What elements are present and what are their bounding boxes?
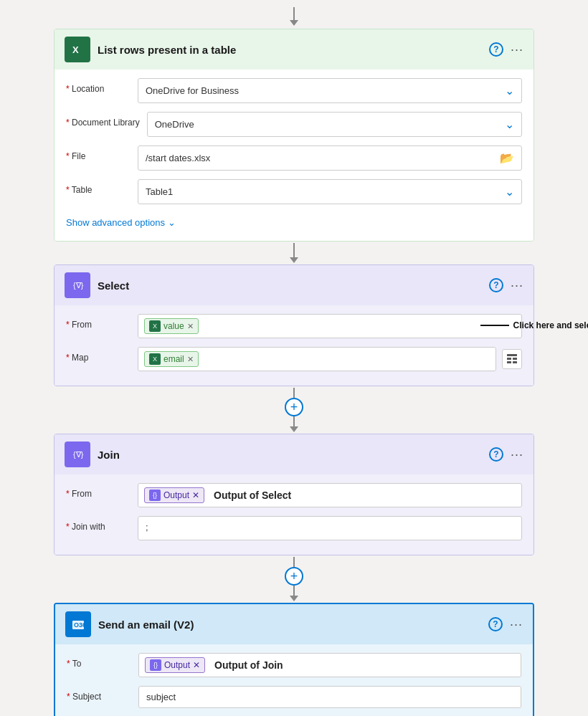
email-subject-row: * Subject	[67, 686, 521, 708]
send-email-card: O365 Send an email (V2) ? ··· * To {} Ou…	[54, 603, 534, 716]
table-label: * Table	[66, 179, 131, 195]
select-more-icon[interactable]: ···	[511, 278, 523, 293]
location-label: * Location	[66, 78, 131, 94]
select-map-tag: X email ✕	[144, 351, 199, 367]
email-to-output-label: Output of Join	[214, 659, 283, 671]
outlook-icon: O365	[65, 611, 91, 637]
map-tag-excel-icon: X	[149, 353, 161, 365]
join-from-tag-icon: {}	[149, 490, 161, 501]
table-dropdown-arrow: ⌄	[505, 185, 514, 199]
excel-icon: X	[65, 37, 90, 62]
svg-rect-4	[507, 354, 517, 356]
connector-1	[290, 243, 298, 263]
select-from-tag: X value ✕	[144, 318, 199, 334]
join-with-label: * Join with	[66, 516, 131, 532]
file-browse-icon: 📂	[500, 151, 514, 165]
join-help-icon[interactable]: ?	[489, 447, 503, 462]
select-card-wrapper: {∇} Select ? ··· * From X value	[54, 264, 534, 386]
join-from-tag: {} Output ✕	[144, 487, 204, 503]
join-from-row: * From {} Output ✕ Output of Select	[66, 483, 522, 507]
send-email-more-icon[interactable]: ···	[510, 617, 523, 632]
join-from-tag-close[interactable]: ✕	[192, 490, 199, 500]
add-step-button-1[interactable]: +	[285, 398, 303, 416]
svg-rect-5	[507, 358, 511, 360]
email-to-label: * To	[67, 653, 131, 669]
select-title: Select	[98, 280, 482, 292]
document-library-input[interactable]: OneDrive ⌄	[147, 112, 522, 137]
email-to-input[interactable]: {} Output ✕ Output of Join	[138, 653, 521, 677]
send-email-help-icon[interactable]: ?	[488, 617, 503, 631]
table-input[interactable]: Table1 ⌄	[138, 179, 522, 204]
select-map-input[interactable]: X email ✕	[138, 347, 496, 371]
send-email-title: Send an email (V2)	[98, 619, 481, 631]
svg-rect-8	[513, 361, 517, 363]
select-from-input[interactable]: X value ✕	[138, 314, 522, 338]
join-more-icon[interactable]: ···	[511, 447, 523, 462]
list-rows-body: * Location OneDrive for Business ⌄ * Doc…	[54, 70, 534, 241]
map-table-icon-button[interactable]	[502, 349, 522, 369]
annotation-text: Click here and select Value mode	[480, 320, 534, 330]
select-map-label: * Map	[66, 347, 131, 363]
select-body: * From X value ✕ * Map	[54, 305, 534, 386]
svg-text:{∇}: {∇}	[73, 281, 84, 290]
list-rows-actions: ? ···	[489, 42, 523, 57]
map-tag-close[interactable]: ✕	[187, 355, 194, 364]
svg-rect-7	[513, 358, 517, 360]
select-map-row: * Map X email ✕	[66, 347, 522, 371]
top-connector	[290, 7, 298, 26]
show-advanced-chevron-icon: ⌄	[168, 217, 176, 228]
svg-text:O365: O365	[74, 621, 86, 629]
join-body: * From {} Output ✕ Output of Select * Jo…	[54, 474, 534, 555]
select-map-row-inner: X email ✕	[138, 347, 522, 371]
select-card: {∇} Select ? ··· * From X value	[54, 264, 534, 386]
file-input[interactable]: /start dates.xlsx 📂	[138, 145, 522, 171]
from-tag-excel-icon: X	[149, 320, 161, 332]
location-input[interactable]: OneDrive for Business ⌄	[138, 78, 522, 103]
join-actions: ? ···	[489, 447, 523, 462]
send-email-header: O365 Send an email (V2) ? ···	[55, 604, 533, 644]
file-row: * File /start dates.xlsx 📂	[66, 145, 522, 171]
table-row-field: * Table Table1 ⌄	[66, 179, 522, 204]
list-rows-title: List rows present in a table	[98, 44, 482, 56]
location-row: * Location OneDrive for Business ⌄	[66, 78, 522, 103]
plus-connector-1: +	[285, 388, 303, 432]
email-to-tag: {} Output ✕	[145, 657, 205, 673]
join-with-input[interactable]: ;	[138, 516, 522, 540]
select-header: {∇} Select ? ···	[54, 265, 534, 305]
send-email-actions: ? ···	[488, 617, 523, 632]
document-library-dropdown-arrow: ⌄	[505, 118, 514, 131]
plus-connector-2: +	[285, 557, 303, 601]
select-actions: ? ···	[489, 278, 523, 293]
select-icon: {∇}	[65, 272, 90, 298]
list-rows-show-advanced[interactable]: Show advanced options ⌄	[66, 213, 176, 235]
list-rows-more-icon[interactable]: ···	[511, 42, 523, 57]
add-step-button-2[interactable]: +	[285, 567, 303, 586]
file-label: * File	[66, 145, 131, 161]
from-tag-close[interactable]: ✕	[187, 322, 194, 331]
join-with-row: * Join with ;	[66, 516, 522, 540]
join-from-label: * From	[66, 483, 131, 499]
email-to-tag-close[interactable]: ✕	[193, 660, 200, 670]
svg-text:{∇}: {∇}	[73, 450, 84, 459]
join-card: {∇} Join ? ··· * From {} Output ✕ Outp	[54, 434, 534, 555]
list-rows-card: X List rows present in a table ? ··· * L…	[54, 29, 534, 242]
join-icon: {∇}	[65, 441, 90, 467]
document-library-row: * Document Library OneDrive ⌄	[66, 112, 522, 137]
select-from-label: * From	[66, 314, 131, 330]
email-to-row: * To {} Output ✕ Output of Join	[67, 653, 521, 677]
location-dropdown-arrow: ⌄	[505, 84, 514, 97]
email-subject-input[interactable]	[138, 686, 521, 708]
document-library-label: * Document Library	[66, 112, 140, 128]
list-rows-header: X List rows present in a table ? ···	[54, 29, 534, 70]
svg-rect-6	[507, 361, 511, 363]
svg-text:X: X	[72, 44, 79, 55]
join-header: {∇} Join ? ···	[54, 434, 534, 474]
join-from-input[interactable]: {} Output ✕ Output of Select	[138, 483, 522, 507]
join-from-output-label: Output of Select	[214, 490, 291, 501]
select-from-row: * From X value ✕	[66, 314, 522, 338]
join-title: Join	[98, 449, 482, 461]
select-help-icon[interactable]: ?	[489, 278, 503, 292]
email-to-tag-icon: {}	[150, 659, 161, 671]
list-rows-help-icon[interactable]: ?	[489, 42, 503, 57]
send-email-body: * To {} Output ✕ Output of Join * Subjec…	[55, 644, 533, 716]
